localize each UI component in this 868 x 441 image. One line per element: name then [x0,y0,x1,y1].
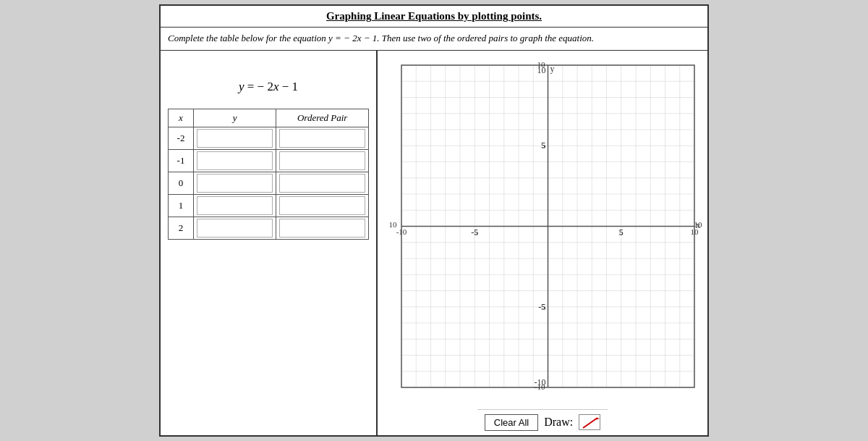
y-input-row2[interactable] [197,151,273,170]
y-input-row3[interactable] [197,174,273,193]
table-row: -1 [169,149,369,172]
x-value: 1 [169,194,194,217]
draw-icon-box[interactable] [579,414,600,430]
main-container: Graphing Linear Equations by plotting po… [159,4,709,436]
graph-container [380,54,705,409]
table-row: -2 [169,127,369,149]
y-input-row5[interactable] [197,219,273,238]
y-cell[interactable] [194,194,276,217]
y-input-row1[interactable] [197,129,273,148]
data-table: x y Ordered Pair -2 -1 [168,109,369,240]
title-bar: Graphing Linear Equations by plotting po… [161,6,707,28]
table-row: 0 [169,172,369,194]
instruction-text: Complete the table below for the equatio… [161,28,707,50]
y-cell[interactable] [194,217,276,239]
pair-input-row2[interactable] [279,151,365,170]
pair-input-row5[interactable] [279,219,365,238]
pair-cell[interactable] [276,194,369,217]
left-panel: y = − 2x − 1 x y Ordered Pair -2 [161,51,378,435]
pair-cell[interactable] [276,127,369,149]
pair-input-row4[interactable] [279,196,365,215]
title-text: Graphing Linear Equations by plotting po… [326,10,542,22]
x-value: -2 [169,127,194,149]
clear-all-button[interactable]: Clear All [485,414,538,431]
table-row: 1 [169,194,369,217]
y-cell[interactable] [194,172,276,194]
equation-display: y = − 2x − 1 [239,80,298,94]
pair-input-row3[interactable] [279,174,365,193]
draw-label: Draw: [544,416,573,429]
content-row: y = − 2x − 1 x y Ordered Pair -2 [161,51,707,435]
x-value: 0 [169,172,194,194]
right-panel: Clear All Draw: [378,51,707,435]
y-cell[interactable] [194,149,276,172]
pencil-icon [579,415,600,430]
graph-canvas[interactable] [380,54,705,409]
pair-cell[interactable] [276,172,369,194]
pair-input-row1[interactable] [279,129,365,148]
col-header-pair: Ordered Pair [276,109,369,127]
y-input-row4[interactable] [197,196,273,215]
pair-cell[interactable] [276,149,369,172]
table-row: 2 [169,217,369,239]
col-header-y: y [194,109,276,127]
bottom-bar: Clear All Draw: [477,409,608,435]
x-value: 2 [169,217,194,239]
svg-line-0 [583,418,597,428]
col-header-x: x [169,109,194,127]
y-cell[interactable] [194,127,276,149]
x-value: -1 [169,149,194,172]
table-area: x y Ordered Pair -2 -1 [168,109,369,240]
pair-cell[interactable] [276,217,369,239]
